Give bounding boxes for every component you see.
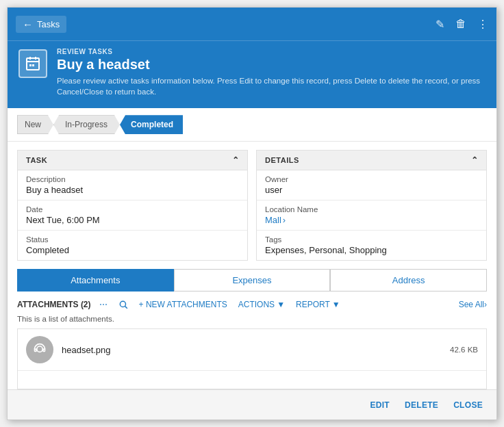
tab-address[interactable]: Address xyxy=(330,269,487,292)
tab-bar: Attachments Expenses Address xyxy=(17,269,487,292)
details-panel-collapse-icon[interactable]: ⌃ xyxy=(471,155,479,165)
task-date-label: Date xyxy=(26,205,239,214)
attachment-thumbnail xyxy=(26,336,53,363)
search-icon xyxy=(118,300,128,309)
actions-dropdown-icon: ▼ xyxy=(277,300,285,309)
attachments-toolbar: ATTACHMENTS (2) ⋯ + NEW ATTACHMENTS ACTI… xyxy=(17,298,487,311)
back-label: Tasks xyxy=(37,19,60,29)
svg-rect-5 xyxy=(32,64,34,66)
task-description-label: Description xyxy=(26,175,239,183)
task-description-value: Buy a headset xyxy=(26,185,239,195)
actions-label: ACTIONS xyxy=(238,300,275,309)
details-tags-label: Tags xyxy=(265,235,478,244)
details-owner-value: user xyxy=(265,185,478,195)
calendar-svg xyxy=(25,55,41,72)
details-owner-label: Owner xyxy=(265,175,478,183)
details-tags-field: Tags Expenses, Personal, Shopping xyxy=(257,231,486,260)
tab-address-label: Address xyxy=(392,275,425,285)
headset-icon xyxy=(33,343,47,357)
svg-point-6 xyxy=(120,302,125,307)
footer: EDIT DELETE CLOSE xyxy=(8,389,496,419)
task-panel-header: TASK ⌃ xyxy=(18,151,247,170)
svg-rect-4 xyxy=(29,64,32,66)
task-date-value: Next Tue, 6:00 PM xyxy=(26,215,239,225)
search-button[interactable] xyxy=(116,298,131,311)
details-location-label: Location Name xyxy=(265,205,478,214)
edit-button[interactable]: EDIT xyxy=(366,398,394,413)
see-all-button[interactable]: See All › xyxy=(459,300,487,309)
task-panel: TASK ⌃ Description Buy a headset Date Ne… xyxy=(17,150,248,261)
more-options-button[interactable]: ⋯ xyxy=(97,298,110,311)
attachment-size: 42.6 KB xyxy=(450,346,478,354)
step-new[interactable]: New xyxy=(17,115,53,134)
new-attachments-button[interactable]: + NEW ATTACHMENTS xyxy=(136,298,230,311)
svg-rect-0 xyxy=(27,58,39,70)
content-area: New In-Progress Completed TASK ⌃ Descrip… xyxy=(8,108,496,389)
chevron-right-icon: › xyxy=(283,215,286,225)
review-label: REVIEW TASKS xyxy=(57,48,486,55)
tab-expenses-label: Expenses xyxy=(232,275,271,285)
panels-row: TASK ⌃ Description Buy a headset Date Ne… xyxy=(8,142,496,269)
tab-attachments-label: Attachments xyxy=(71,275,120,285)
attachments-title: ATTACHMENTS (2) xyxy=(17,300,91,309)
task-panel-title: TASK xyxy=(26,156,47,164)
tab-attachments[interactable]: Attachments xyxy=(17,269,174,292)
header-actions: ✎ 🗑 ⋮ xyxy=(436,18,488,31)
task-status-value: Completed xyxy=(26,245,239,255)
banner-description: Please review active tasks information b… xyxy=(57,75,486,97)
see-all-arrow: › xyxy=(484,300,487,309)
delete-button[interactable]: DELETE xyxy=(401,398,442,413)
report-button[interactable]: REPORT ▼ xyxy=(293,298,343,311)
more-icon[interactable]: ⋮ xyxy=(477,18,488,31)
step-new-label: New xyxy=(25,120,41,129)
steps-bar: New In-Progress Completed xyxy=(8,108,496,142)
actions-button[interactable]: ACTIONS ▼ xyxy=(236,298,288,311)
task-panel-collapse-icon[interactable]: ⌃ xyxy=(232,155,240,165)
details-location-field: Location Name Mall › xyxy=(257,200,486,231)
tab-expenses[interactable]: Expenses xyxy=(174,269,331,292)
task-panel-body: Description Buy a headset Date Next Tue,… xyxy=(18,170,247,260)
attachments-list: headset.png 42.6 KB xyxy=(17,328,487,389)
edit-icon[interactable]: ✎ xyxy=(436,18,444,31)
trash-icon[interactable]: 🗑 xyxy=(455,18,466,30)
details-panel-title: DETAILS xyxy=(265,156,299,164)
details-panel: DETAILS ⌃ Owner user Location Name Mall … xyxy=(256,150,487,261)
calendar-icon xyxy=(18,49,47,78)
task-status-label: Status xyxy=(26,235,239,244)
banner-title: Buy a headset xyxy=(57,57,486,73)
attachment-name: headset.png xyxy=(62,345,111,355)
close-button[interactable]: CLOSE xyxy=(449,398,487,413)
banner-text: REVIEW TASKS Buy a headset Please review… xyxy=(57,48,486,97)
step-inprogress-label: In-Progress xyxy=(65,120,108,129)
details-tags-value: Expenses, Personal, Shopping xyxy=(265,245,478,255)
review-banner: REVIEW TASKS Buy a headset Please review… xyxy=(8,40,496,108)
report-dropdown-icon: ▼ xyxy=(332,300,340,309)
task-description-field: Description Buy a headset xyxy=(18,170,247,200)
attachments-list-description: This is a list of attachments. xyxy=(17,315,487,323)
task-date-field: Date Next Tue, 6:00 PM xyxy=(18,200,247,231)
header-bar: ← Tasks ✎ 🗑 ⋮ xyxy=(8,8,496,40)
details-location-value[interactable]: Mall › xyxy=(265,215,478,225)
report-label: REPORT xyxy=(296,300,330,309)
back-button[interactable]: ← Tasks xyxy=(16,16,66,33)
new-attachments-label: + NEW ATTACHMENTS xyxy=(139,300,227,309)
back-arrow-icon: ← xyxy=(23,18,33,30)
svg-line-7 xyxy=(125,307,127,309)
step-completed[interactable]: Completed xyxy=(120,115,183,134)
details-panel-header: DETAILS ⌃ xyxy=(257,151,486,170)
details-owner-field: Owner user xyxy=(257,170,486,200)
attachment-item[interactable]: headset.png 42.6 KB xyxy=(18,329,486,371)
svg-point-8 xyxy=(37,346,42,352)
task-status-field: Status Completed xyxy=(18,231,247,260)
see-all-label: See All xyxy=(459,300,484,309)
details-panel-body: Owner user Location Name Mall › Tags Exp… xyxy=(257,170,486,260)
attachments-section: ATTACHMENTS (2) ⋯ + NEW ATTACHMENTS ACTI… xyxy=(8,292,496,389)
main-window: ← Tasks ✎ 🗑 ⋮ REVIEW TASKS Buy a headset… xyxy=(7,7,497,420)
step-inprogress[interactable]: In-Progress xyxy=(53,115,120,134)
step-completed-label: Completed xyxy=(131,120,173,129)
